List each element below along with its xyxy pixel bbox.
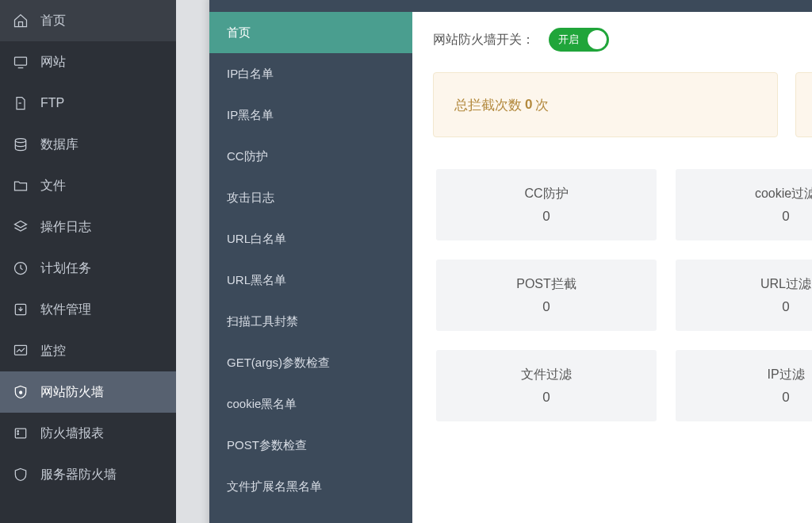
sidebar-item-waf[interactable]: e 网站防火墙	[0, 371, 176, 413]
sidebar-item-label: 首页	[40, 13, 66, 29]
switch-state-text: 开启	[558, 33, 579, 47]
banner-suffix: 次	[535, 96, 549, 114]
modal-header	[209, 0, 812, 12]
sidebar-item-label: 文件	[40, 178, 66, 194]
layers-icon	[12, 218, 29, 236]
banner-card-security: 安全防	[795, 72, 812, 137]
folder-icon	[12, 177, 29, 194]
modal-content: 网站防火墙开关： 开启 总拦截次数 0 次 安全防 CC防护	[412, 12, 812, 523]
sub-item-label: IP黑名单	[227, 108, 274, 123]
stat-cell-file[interactable]: 文件过滤 0	[436, 350, 657, 421]
stat-cell-cookie[interactable]: cookie过滤 0	[676, 169, 812, 240]
svg-point-9	[17, 431, 19, 433]
waf-modal: 首页 IP白名单 IP黑名单 CC防护 攻击日志 URL白名单 URL黑名单 扫…	[209, 0, 812, 523]
sidebar-item-label: 操作日志	[40, 219, 91, 236]
sub-item-cookie-blacklist[interactable]: cookie黑名单	[209, 383, 412, 425]
stat-value: 0	[782, 209, 789, 225]
sub-item-label: cookie黑名单	[227, 397, 297, 412]
download-icon	[12, 301, 29, 318]
stat-value: 0	[542, 299, 550, 315]
stat-value: 0	[782, 390, 789, 406]
sub-item-file-ext-blacklist[interactable]: 文件扩展名黑名单	[209, 466, 412, 507]
sub-item-label: POST参数检查	[227, 438, 307, 453]
chart-icon	[12, 342, 29, 360]
sidebar-item-label: 计划任务	[40, 260, 91, 277]
sidebar-item-logs[interactable]: 操作日志	[0, 206, 176, 248]
stats-banner: 总拦截次数 0 次 安全防	[433, 72, 812, 137]
stat-label: URL过滤	[760, 276, 811, 293]
switch-row: 网站防火墙开关： 开启	[433, 28, 812, 52]
sub-item-home[interactable]: 首页	[209, 12, 412, 53]
sidebar-item-label: 服务器防火墙	[40, 467, 117, 483]
sidebar-item-db[interactable]: 数据库	[0, 124, 176, 165]
sub-item-label: 攻击日志	[227, 190, 274, 206]
sidebar-item-waf-report[interactable]: 防火墙报表	[0, 413, 176, 454]
firewall-toggle[interactable]: 开启	[549, 28, 609, 52]
banner-card-total: 总拦截次数 0 次	[433, 72, 778, 137]
sidebar-item-site[interactable]: 网站	[0, 41, 176, 83]
stat-label: CC防护	[524, 186, 568, 202]
svg-point-3	[15, 139, 25, 143]
sidebar-item-monitor[interactable]: 监控	[0, 330, 176, 371]
sidebar-item-label: 网站防火墙	[40, 384, 104, 401]
stat-cell-ip[interactable]: IP过滤 0	[676, 350, 812, 421]
stat-cell-post[interactable]: POST拦截 0	[436, 260, 657, 331]
sidebar-item-cron[interactable]: 计划任务	[0, 248, 176, 289]
clock-icon	[12, 260, 29, 277]
sub-item-cc[interactable]: CC防护	[209, 136, 412, 177]
stat-label: POST拦截	[516, 276, 576, 293]
sub-item-url-blacklist[interactable]: URL黑名单	[209, 260, 412, 301]
svg-text:e: e	[19, 390, 21, 394]
svg-rect-0	[15, 57, 27, 65]
sub-item-ip-whitelist[interactable]: IP白名单	[209, 53, 412, 94]
stat-cell-url[interactable]: URL过滤 0	[676, 260, 812, 331]
sub-item-label: 首页	[227, 25, 251, 40]
stat-label: IP过滤	[767, 367, 804, 383]
sub-item-label: 文件扩展名黑名单	[227, 479, 322, 494]
sidebar-item-label: 软件管理	[40, 302, 91, 318]
sub-item-label: 扫描工具封禁	[227, 314, 298, 329]
stat-grid: CC防护 0 cookie过滤 0 POST拦截 0 URL过滤 0 文件过滤	[436, 169, 812, 421]
sub-item-url-whitelist[interactable]: URL白名单	[209, 218, 412, 260]
shield-icon	[12, 466, 29, 483]
sub-item-get-args[interactable]: GET(args)参数检查	[209, 342, 412, 383]
sidebar-item-label: 防火墙报表	[40, 425, 104, 442]
sub-item-label: URL黑名单	[227, 273, 286, 288]
sidebar-item-server-fw[interactable]: 服务器防火墙	[0, 454, 176, 495]
svg-rect-8	[15, 429, 25, 438]
file-icon	[12, 94, 29, 112]
sidebar-item-label: FTP	[40, 96, 64, 110]
monitor-icon	[12, 53, 29, 71]
sidebar-item-home[interactable]: 首页	[0, 0, 176, 41]
stat-cell-cc[interactable]: CC防护 0	[436, 169, 657, 240]
database-icon	[12, 136, 29, 153]
report-icon	[12, 425, 29, 442]
sub-item-attack-log[interactable]: 攻击日志	[209, 177, 412, 218]
shield-icon: e	[12, 383, 29, 401]
sub-item-label: CC防护	[227, 149, 268, 164]
main-sidebar: 首页 网站 FTP 数据库 文件 操作日志 计划任务 软件管理 监控 e 网站防…	[0, 0, 176, 523]
banner-value: 0	[525, 97, 532, 113]
sub-item-label: IP白名单	[227, 67, 274, 82]
sub-item-ip-blacklist[interactable]: IP黑名单	[209, 94, 412, 136]
sidebar-item-label: 网站	[40, 54, 66, 71]
sub-item-label: GET(args)参数检查	[227, 356, 330, 371]
sub-item-scan-block[interactable]: 扫描工具封禁	[209, 301, 412, 342]
stat-value: 0	[542, 209, 550, 225]
sidebar-item-software[interactable]: 软件管理	[0, 289, 176, 330]
svg-point-10	[17, 433, 19, 435]
sub-item-post-args[interactable]: POST参数检查	[209, 425, 412, 466]
sidebar-item-files[interactable]: 文件	[0, 165, 176, 206]
sidebar-item-ftp[interactable]: FTP	[0, 83, 176, 124]
switch-label: 网站防火墙开关：	[433, 32, 534, 48]
banner-prefix: 总拦截次数	[454, 96, 522, 114]
sidebar-item-label: 数据库	[40, 137, 79, 153]
stat-value: 0	[542, 390, 550, 406]
sub-sidebar: 首页 IP白名单 IP黑名单 CC防护 攻击日志 URL白名单 URL黑名单 扫…	[209, 12, 412, 523]
sidebar-item-label: 监控	[40, 343, 66, 360]
toggle-knob	[588, 30, 607, 49]
home-icon	[12, 12, 29, 29]
stat-label: cookie过滤	[755, 186, 812, 202]
stat-value: 0	[782, 299, 789, 315]
stat-label: 文件过滤	[521, 367, 572, 383]
